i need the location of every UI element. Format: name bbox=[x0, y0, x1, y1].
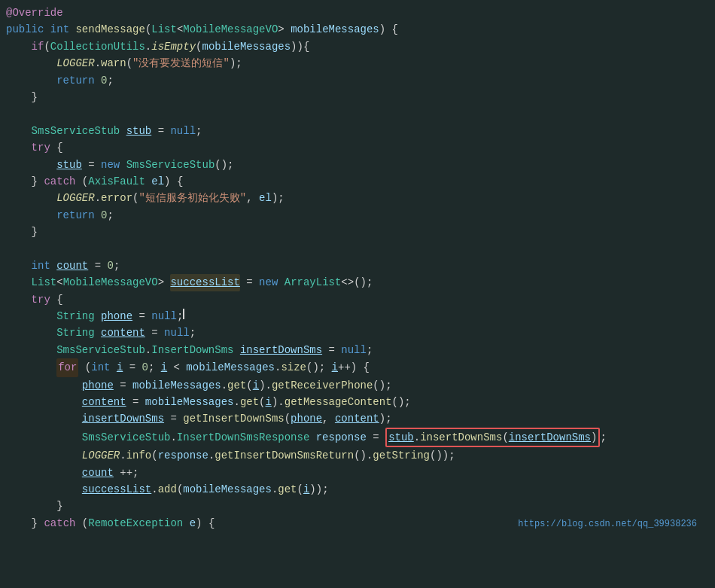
line-15 bbox=[0, 240, 715, 257]
type-insertdownsms1: InsertDownSms bbox=[151, 342, 233, 358]
var-phone: phone bbox=[101, 308, 132, 324]
type-smsservicestub2: SmsServiceStub bbox=[126, 157, 215, 173]
method-warn: warn bbox=[101, 55, 126, 72]
method-getinsertdownsms: getInsertDownSms bbox=[183, 410, 284, 427]
method-add: add bbox=[158, 481, 177, 498]
var-insertdownsms2: insertDownSms bbox=[82, 410, 164, 427]
line-13: return 0 ; bbox=[0, 207, 715, 224]
line-26: SmsServiceStub . InsertDownSmsResponse r… bbox=[0, 428, 715, 447]
line-11: } catch ( AxisFault el ) { bbox=[0, 173, 715, 190]
var-stub2: stub bbox=[56, 157, 82, 173]
kw-int2: int bbox=[32, 257, 50, 274]
red-box-highlight: stub.insertDownSms(insertDownSms) bbox=[385, 428, 600, 447]
kw-null1: null bbox=[170, 123, 196, 139]
type-smsservicestub1: SmsServiceStub bbox=[32, 123, 120, 139]
num-0-2: 0 bbox=[101, 207, 107, 224]
csdn-url: https://blog.csdn.net/qq_39938236 bbox=[518, 517, 709, 532]
method-getreceiverphone: getReceiverPhone bbox=[272, 377, 373, 394]
line-31: } catch ( RemoteException e ) { https://… bbox=[0, 515, 715, 532]
method-insertdownsms: insertDownSms bbox=[420, 431, 502, 443]
kw-null4: null bbox=[341, 342, 367, 358]
var-mobilemessages: mobileMessages bbox=[291, 21, 379, 38]
method-isempty: isEmpty bbox=[151, 38, 196, 55]
method-getmessagecontent: getMessageContent bbox=[284, 394, 392, 410]
line-19: String phone = null ; bbox=[0, 308, 715, 324]
var-e: e bbox=[190, 515, 196, 532]
line-5: return 0 ; bbox=[0, 72, 715, 89]
method-getstring: getString bbox=[373, 447, 430, 464]
line-3: if ( CollectionUtils . isEmpty ( mobileM… bbox=[0, 38, 715, 55]
var-mobilemessages4: mobileMessages bbox=[132, 377, 221, 394]
line-22: for ( int i = 0 ; i < mobileMessages . s… bbox=[0, 358, 715, 376]
line-4: LOGGER . warn ( "没有要发送的短信" ); bbox=[0, 55, 715, 72]
type-collectionutils: CollectionUtils bbox=[50, 38, 145, 55]
var-phone3: phone bbox=[291, 410, 322, 427]
type-mobilemessagevo2: MobileMessageVO bbox=[63, 274, 158, 291]
kw-if: if bbox=[32, 38, 44, 55]
type-list: List bbox=[151, 21, 177, 38]
logger-info: LOGGER bbox=[82, 447, 120, 464]
method-size: size bbox=[281, 359, 306, 376]
kw-catch1: catch bbox=[44, 173, 75, 190]
string-warn: "没有要发送的短信" bbox=[132, 55, 230, 72]
string-error: "短信服务初始化失败" bbox=[138, 190, 246, 206]
line-1: @Override bbox=[0, 5, 715, 21]
var-insertdownsms: insertDownSms bbox=[240, 342, 322, 358]
line-29: successList . add ( mobileMessages . get… bbox=[0, 481, 715, 498]
method-sendMessage: sendMessage bbox=[75, 21, 145, 38]
kw-new2: new bbox=[259, 274, 278, 291]
var-stub: stub bbox=[126, 123, 152, 139]
kw-null3: null bbox=[164, 324, 190, 341]
var-i2: i bbox=[161, 359, 167, 376]
var-successlist: successList bbox=[170, 274, 239, 291]
method-get1: get bbox=[227, 377, 246, 394]
text-cursor bbox=[183, 309, 184, 319]
line-10: stub = new SmsServiceStub (); bbox=[0, 157, 715, 173]
method-get3: get bbox=[278, 481, 297, 498]
kw-return2: return bbox=[56, 207, 94, 224]
kw-new1: new bbox=[101, 157, 120, 173]
kw-null2: null bbox=[151, 308, 177, 324]
for-keyword: for bbox=[56, 358, 78, 376]
line-27: LOGGER . info ( response . getInsertDown… bbox=[0, 447, 715, 464]
annotation-override: @Override bbox=[6, 5, 63, 21]
var-insertdownsms3: insertDownSms bbox=[509, 431, 591, 443]
line-8: SmsServiceStub stub = null ; bbox=[0, 123, 715, 139]
var-mobilemessages5: mobileMessages bbox=[145, 394, 234, 410]
type-smsservicestub3: SmsServiceStub bbox=[56, 342, 145, 358]
var-mobilemessages3: mobileMessages bbox=[186, 359, 275, 376]
kw-public: public bbox=[6, 21, 44, 38]
var-stub3: stub bbox=[388, 431, 414, 443]
kw-int3: int bbox=[91, 359, 110, 376]
line-28: count ++; bbox=[0, 465, 715, 481]
num-0-4: 0 bbox=[142, 359, 148, 376]
method-getinsertdownsmsreturn: getInsertDownSmsReturn bbox=[214, 447, 354, 464]
line-6: } bbox=[0, 89, 715, 105]
type-smsservicestub4: SmsServiceStub bbox=[82, 429, 171, 446]
num-0-3: 0 bbox=[107, 257, 113, 274]
var-response: response bbox=[316, 429, 367, 446]
type-string2: String bbox=[56, 324, 94, 341]
line-16: int count = 0 ; bbox=[0, 257, 715, 274]
kw-try1: try bbox=[32, 139, 50, 156]
var-i: i bbox=[117, 359, 123, 376]
var-phone2: phone bbox=[82, 377, 114, 394]
var-count: count bbox=[56, 257, 88, 274]
kw-try2: try bbox=[32, 291, 50, 308]
var-content: content bbox=[101, 324, 145, 341]
var-content2: content bbox=[82, 394, 126, 410]
method-get2: get bbox=[240, 394, 259, 410]
type-mobilemessagevo: MobileMessageVO bbox=[183, 21, 278, 38]
line-21: SmsServiceStub . InsertDownSms insertDow… bbox=[0, 342, 715, 358]
line-9: try { bbox=[0, 139, 715, 156]
code-editor: @Override public int sendMessage ( List … bbox=[0, 0, 715, 588]
num-0-1: 0 bbox=[101, 72, 107, 89]
line-2: public int sendMessage ( List < MobileMe… bbox=[0, 21, 715, 38]
line-7 bbox=[0, 105, 715, 122]
line-18: try { bbox=[0, 291, 715, 308]
var-successlist2: successList bbox=[82, 481, 151, 498]
method-error: error bbox=[101, 190, 132, 206]
var-i5: i bbox=[266, 394, 272, 410]
var-i4: i bbox=[253, 377, 259, 394]
var-el2: el bbox=[259, 190, 272, 206]
